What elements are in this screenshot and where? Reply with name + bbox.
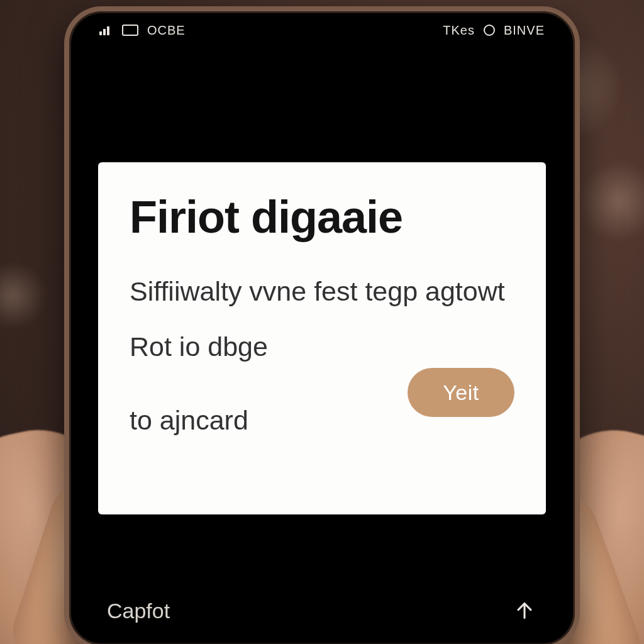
card-line-1: Rot io dbge	[130, 325, 514, 369]
status-bar-right: TKes BINVE	[443, 23, 545, 38]
status-bar-left: OCBE	[99, 23, 186, 38]
primary-button[interactable]: Yeit	[408, 368, 514, 417]
svg-rect-1	[103, 29, 106, 35]
svg-rect-0	[99, 31, 102, 35]
svg-rect-2	[107, 26, 109, 35]
bottom-bar-label[interactable]: Capfot	[107, 599, 170, 623]
status-right-label-2: BINVE	[504, 23, 545, 38]
signal-icon	[99, 25, 113, 35]
status-carrier-label: OCBE	[147, 23, 186, 38]
phone-frame: OCBE TKes BINVE Firiot digaaie Siffiiwal…	[64, 6, 580, 644]
content-card: Firiot digaaie Siffiiwalty vvne fest teg…	[98, 162, 546, 514]
status-indicator-icon	[484, 25, 495, 36]
status-right-label-1: TKes	[443, 23, 475, 38]
card-title: Firiot digaaie	[130, 194, 514, 242]
battery-icon	[122, 25, 138, 36]
bottom-bar: Capfot	[69, 582, 575, 644]
up-arrow-icon[interactable]	[512, 598, 537, 623]
status-bar: OCBE TKes BINVE	[69, 11, 575, 49]
card-subtitle: Siffiiwalty vvne fest tegp agtowt	[130, 272, 514, 311]
